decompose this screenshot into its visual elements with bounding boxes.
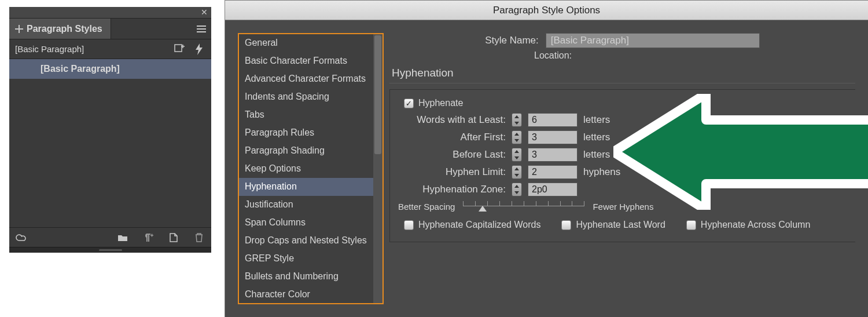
- category-item[interactable]: Paragraph Shading: [239, 142, 373, 160]
- svg-marker-6: [514, 115, 519, 118]
- step-up-icon: [512, 114, 521, 120]
- style-list-item-selected[interactable]: [Basic Paragraph]: [9, 59, 211, 79]
- step-up-icon: [512, 183, 521, 190]
- svg-marker-9: [514, 139, 519, 142]
- numeric-input[interactable]: [528, 148, 578, 162]
- slider-thumb-icon: [479, 206, 487, 212]
- category-list[interactable]: GeneralBasic Character FormatsAdvanced C…: [239, 34, 373, 303]
- svg-marker-13: [514, 174, 519, 177]
- panel-header-row: [Basic Paragraph]: [9, 39, 211, 59]
- page-icon: [169, 233, 178, 242]
- step-down-icon: [512, 120, 521, 126]
- field-label: Hyphen Limit:: [398, 166, 506, 178]
- stepper[interactable]: [512, 113, 522, 127]
- style-list-item-label: [Basic Paragraph]: [41, 64, 120, 74]
- style-group-button[interactable]: [116, 231, 129, 244]
- location-label: Location:: [534, 50, 572, 60]
- stepper[interactable]: [512, 148, 522, 162]
- svg-rect-0: [175, 45, 182, 52]
- step-up-icon: [512, 131, 521, 137]
- numeric-field-row: Words with at Least:letters: [398, 113, 847, 127]
- svg-marker-7: [514, 122, 519, 125]
- new-style-icon: [174, 44, 185, 54]
- step-down-icon: [512, 190, 521, 196]
- cc-libraries-button[interactable]: [15, 231, 28, 244]
- quick-apply-button[interactable]: [193, 43, 205, 56]
- step-up-icon: [512, 148, 521, 155]
- folder-icon: [117, 234, 128, 242]
- dialog-title: Paragraph Style Options: [225, 1, 868, 20]
- category-scrollbar[interactable]: [373, 34, 382, 303]
- numeric-input[interactable]: [528, 165, 578, 179]
- numeric-input[interactable]: [528, 183, 578, 196]
- category-item[interactable]: Paragraph Rules: [239, 124, 373, 142]
- step-up-icon: [512, 166, 521, 172]
- option-checkbox[interactable]: [686, 220, 696, 230]
- unit-label: letters: [583, 114, 610, 126]
- panel-resize-handle[interactable]: [9, 247, 211, 253]
- step-down-icon: [512, 155, 521, 161]
- stepper[interactable]: [512, 183, 522, 196]
- option-label: Hyphenate Capitalized Words: [418, 220, 540, 230]
- svg-marker-10: [514, 150, 519, 153]
- numeric-input[interactable]: [528, 113, 578, 127]
- unit-label: hyphens: [583, 166, 620, 178]
- dialog-content: Style Name: Location: Hyphenation ✓ Hyph…: [384, 33, 855, 304]
- paragraph-styles-panel: ✕ Paragraph Styles [Basic Paragraph] [Ba…: [9, 7, 211, 253]
- svg-marker-12: [514, 167, 519, 170]
- numeric-input[interactable]: [528, 130, 578, 144]
- clear-overrides-button[interactable]: [142, 231, 155, 244]
- option-checkbox-row: Hyphenate Across Column: [686, 220, 810, 230]
- category-item[interactable]: Drop Caps and Nested Styles: [239, 232, 373, 250]
- hyphenate-label: Hyphenate: [418, 98, 463, 108]
- option-checkbox[interactable]: [561, 220, 571, 230]
- unit-label: letters: [583, 149, 610, 161]
- category-item[interactable]: Advanced Character Formats: [239, 70, 373, 88]
- numeric-field-row: Hyphenation Zone:: [398, 183, 847, 196]
- category-item[interactable]: Span Columns: [239, 214, 373, 232]
- hyphenation-slider[interactable]: [463, 201, 584, 212]
- panel-tab-row: Paragraph Styles: [9, 19, 211, 39]
- category-item[interactable]: GREP Style: [239, 250, 373, 268]
- option-label: Hyphenate Last Word: [576, 220, 665, 230]
- option-label: Hyphenate Across Column: [701, 220, 810, 230]
- step-down-icon: [512, 172, 521, 178]
- category-item[interactable]: Hyphenation: [239, 178, 373, 196]
- tab-paragraph-styles[interactable]: Paragraph Styles: [9, 19, 111, 39]
- category-item[interactable]: Tabs: [239, 106, 373, 124]
- category-item[interactable]: Indents and Spacing: [239, 88, 373, 106]
- stepper[interactable]: [512, 130, 522, 144]
- new-style-button[interactable]: [173, 43, 186, 56]
- style-name-label: Style Name:: [485, 35, 539, 46]
- category-item[interactable]: Keep Options: [239, 160, 373, 178]
- unit-label: letters: [583, 132, 610, 143]
- category-item[interactable]: Justification: [239, 196, 373, 214]
- style-list-body: [9, 79, 211, 227]
- delete-button[interactable]: [193, 231, 205, 244]
- style-name-input[interactable]: [546, 33, 760, 48]
- svg-marker-11: [514, 156, 519, 159]
- hyphenate-checkbox[interactable]: ✓: [404, 99, 414, 108]
- numeric-field-row: Hyphen Limit:hyphens: [398, 165, 847, 179]
- new-page-button[interactable]: [167, 231, 180, 244]
- expand-icon: [15, 25, 23, 33]
- category-item[interactable]: Character Color: [239, 286, 373, 303]
- slider-left-caption: Better Spacing: [398, 202, 455, 212]
- hamburger-icon: [197, 25, 206, 32]
- stepper[interactable]: [512, 165, 522, 179]
- category-item[interactable]: Bullets and Numbering: [239, 268, 373, 286]
- category-item[interactable]: General: [239, 34, 373, 52]
- dialog-body: GeneralBasic Character FormatsAdvanced C…: [225, 20, 868, 317]
- option-checkbox[interactable]: [404, 220, 414, 230]
- numeric-field-row: Before Last:letters: [398, 148, 847, 162]
- option-checkbox-row: Hyphenate Capitalized Words: [404, 220, 540, 230]
- tab-label: Paragraph Styles: [27, 24, 102, 34]
- svg-marker-3: [196, 43, 203, 55]
- pilcrow-plus-icon: [143, 233, 153, 242]
- panel-topbar: ✕: [9, 7, 211, 19]
- lightning-icon: [194, 43, 204, 55]
- option-checkbox-row: Hyphenate Last Word: [561, 220, 665, 230]
- style-name-row: Style Name:: [389, 33, 855, 48]
- close-icon[interactable]: ✕: [201, 9, 208, 16]
- panel-menu-button[interactable]: [192, 19, 211, 39]
